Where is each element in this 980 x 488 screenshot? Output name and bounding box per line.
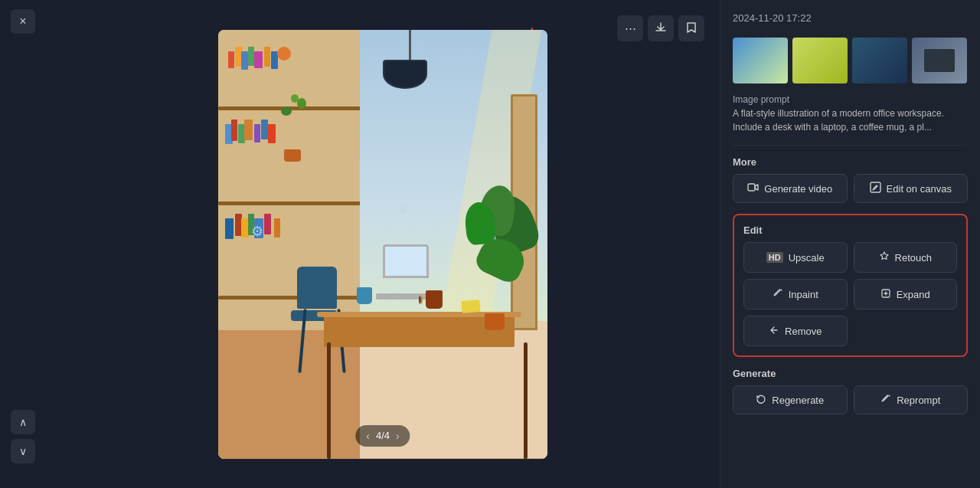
edit-buttons-grid: HD Upscale Retouch Inpaint [743, 242, 957, 310]
next-image-button[interactable]: › [396, 430, 400, 442]
image-toolbar: ⋯ [617, 15, 704, 41]
retouch-icon [879, 251, 890, 264]
edit-section-title: Edit [743, 224, 957, 236]
nav-buttons: ∧ ∨ [11, 410, 35, 479]
image-prompt-section: Image prompt A flat-style illustration o… [733, 94, 968, 134]
thumbnail-row [733, 38, 968, 84]
remove-button[interactable]: Remove [743, 316, 848, 346]
thumbnail-2[interactable] [792, 38, 848, 84]
upscale-icon: HD [766, 252, 783, 263]
retouch-button[interactable]: Retouch [854, 242, 958, 273]
main-content: ⋯ [46, 0, 720, 488]
close-button[interactable]: × [11, 9, 35, 34]
download-button[interactable] [648, 15, 674, 41]
download-icon [655, 21, 667, 36]
image-prompt-text: A flat-style illustration of a modern of… [733, 106, 968, 134]
thumbnail-4[interactable] [912, 38, 967, 84]
generate-video-label: Generate video [764, 183, 832, 195]
regenerate-button[interactable]: Regenerate [733, 385, 848, 414]
regenerate-icon [756, 394, 766, 407]
expand-label: Expand [897, 289, 930, 300]
generate-section-title: Generate [733, 368, 968, 379]
image-preview: ⚙ [218, 30, 547, 459]
retouch-label: Retouch [895, 252, 932, 264]
more-section-title: More [733, 156, 968, 168]
thumbnail-1[interactable] [733, 38, 788, 84]
inpaint-icon [773, 288, 783, 301]
generate-video-button[interactable]: Generate video [733, 174, 848, 203]
scroll-down-button[interactable]: ∨ [11, 439, 35, 463]
expand-icon [880, 288, 891, 301]
more-section: More Generate video Edit o [733, 156, 968, 203]
divider-1 [733, 145, 968, 146]
image-counter: 4/4 [376, 430, 390, 441]
right-panel: 2024-11-20 17:22 Image prompt A flat-sty… [720, 0, 980, 488]
inpaint-button[interactable]: Inpaint [743, 279, 848, 310]
left-panel: × ∧ ∨ [0, 0, 46, 488]
scroll-up-button[interactable]: ∧ [11, 410, 35, 434]
generate-video-icon [747, 182, 759, 195]
settings-overlay-icon: ⚙ [251, 223, 263, 240]
upscale-label: Upscale [789, 252, 825, 264]
prev-image-button[interactable]: ‹ [366, 430, 370, 442]
reprompt-button[interactable]: Reprompt [854, 385, 969, 414]
bookmark-button[interactable] [678, 15, 704, 41]
more-options-icon: ⋯ [625, 21, 636, 35]
more-buttons-row: Generate video Edit on canvas [733, 174, 968, 203]
remove-button-row: Remove [743, 316, 957, 346]
upscale-button[interactable]: HD Upscale [743, 242, 848, 273]
reprompt-icon [880, 394, 891, 407]
generate-buttons-row: Regenerate Reprompt [733, 385, 968, 414]
inpaint-label: Inpaint [789, 289, 818, 300]
thumbnail-3[interactable] [852, 38, 907, 84]
bookmark-icon [686, 21, 697, 36]
regenerate-label: Regenerate [772, 395, 824, 406]
svg-rect-2 [748, 184, 755, 191]
generate-section: Generate Regenerate Reprom [733, 368, 968, 414]
up-icon: ∧ [19, 416, 27, 428]
edit-on-canvas-label: Edit on canvas [887, 183, 952, 195]
close-icon: × [19, 15, 26, 28]
edit-on-canvas-button[interactable]: Edit on canvas [854, 174, 969, 203]
edit-section: Edit HD Upscale Retouch [733, 214, 968, 357]
timestamp: 2024-11-20 17:22 [733, 12, 968, 24]
edit-canvas-icon [870, 182, 881, 195]
remove-label: Remove [785, 326, 822, 337]
more-options-button[interactable]: ⋯ [617, 15, 643, 41]
expand-button[interactable]: Expand [854, 279, 958, 310]
image-prompt-label: Image prompt [733, 94, 968, 105]
remove-icon [769, 325, 779, 338]
svg-rect-3 [871, 182, 880, 192]
reprompt-label: Reprompt [897, 395, 940, 406]
down-icon: ∨ [19, 445, 27, 457]
image-container: ⚙ ‹ 4/4 › [218, 30, 547, 459]
image-navigation: ‹ 4/4 › [355, 425, 410, 447]
